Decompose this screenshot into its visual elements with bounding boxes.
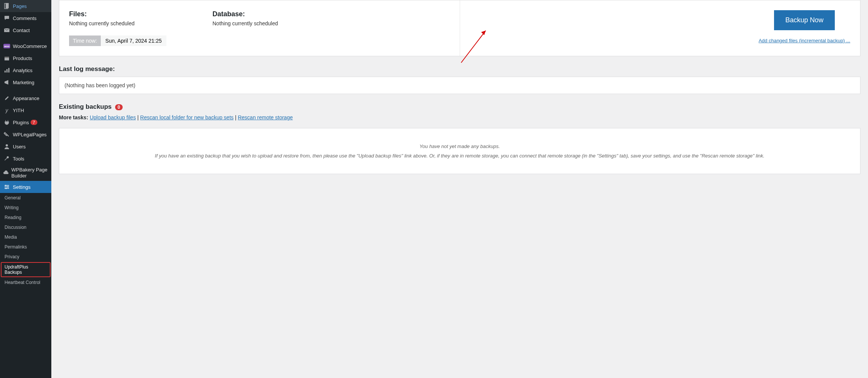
existing-backups-label: Existing backups	[59, 103, 112, 110]
svg-point-11	[6, 144, 8, 147]
more-tasks-label: More tasks:	[59, 114, 88, 120]
sidebar-item-label: YITH	[13, 108, 24, 113]
sidebar-item-label: Appearance	[13, 96, 39, 101]
comment-icon	[3, 14, 11, 22]
vertical-divider	[460, 0, 460, 56]
svg-rect-1	[6, 3, 9, 8]
log-heading: Last log message:	[59, 65, 860, 73]
sidebar-item-appearance[interactable]: Appearance	[0, 92, 51, 104]
rescan-local-link[interactable]: Rescan local folder for new backup sets	[140, 114, 233, 120]
sidebar-item-label: WPBakery Page Builder	[11, 167, 48, 179]
sidebar-item-label: Contact	[13, 28, 30, 33]
sidebar-item-users[interactable]: Users	[0, 140, 51, 153]
sidebar-item-tools[interactable]: Tools	[0, 153, 51, 165]
sidebar-item-yith[interactable]: y YITH	[0, 104, 51, 116]
sidebar-item-comments[interactable]: Comments	[0, 12, 51, 24]
sidebar-item-label: Tools	[13, 156, 24, 162]
sidebar-item-analytics[interactable]: Analytics	[0, 64, 51, 76]
svg-rect-8	[6, 69, 8, 73]
bar-chart-icon	[3, 66, 11, 74]
existing-backups-heading: Existing backups 0	[59, 103, 860, 111]
sidebar-item-label: Pages	[13, 3, 27, 9]
cloud-icon	[3, 169, 9, 177]
sidebar-item-label: WPLegalPages	[13, 132, 47, 137]
sidebar-item-products[interactable]: Products	[0, 52, 51, 64]
sidebar-item-label: Products	[13, 56, 32, 61]
more-tasks: More tasks: Upload backup files | Rescan…	[59, 114, 860, 120]
database-status: Nothing currently scheduled	[212, 20, 736, 26]
log-message-box: (Nothing has been logged yet)	[59, 77, 860, 94]
megaphone-icon	[3, 79, 11, 86]
svg-rect-6	[5, 57, 9, 58]
sidebar-item-contact[interactable]: Contact	[0, 24, 51, 36]
user-icon	[3, 143, 11, 150]
empty-line2: If you have an existing backup that you …	[64, 153, 856, 159]
time-now-bar: Time now: Sun, April 7, 2024 21:25	[69, 35, 190, 46]
woocommerce-icon: woo	[3, 42, 11, 50]
svg-text:woo: woo	[4, 45, 9, 48]
backup-now-button[interactable]: Backup Now	[774, 10, 835, 30]
wrench-icon	[3, 155, 11, 162]
svg-rect-9	[8, 68, 9, 73]
files-status: Nothing currently scheduled	[69, 20, 190, 26]
page-icon	[3, 2, 11, 10]
empty-line1: You have not yet made any backups.	[64, 143, 856, 149]
database-heading: Database:	[212, 10, 736, 18]
plug-icon	[3, 119, 11, 126]
sidebar-item-wplegalpages[interactable]: WPLegalPages	[0, 128, 51, 140]
sidebar-item-pages[interactable]: Pages	[0, 0, 51, 12]
sidebar-item-label: Comments	[13, 15, 37, 21]
plugin-update-badge: 7	[31, 120, 37, 125]
incremental-backup-link[interactable]: Add changed files (incremental backup) .…	[759, 38, 850, 43]
upload-backup-files-link[interactable]: Upload backup files	[90, 114, 136, 120]
empty-backups-box: You have not yet made any backups. If yo…	[59, 128, 860, 174]
admin-sidebar: Pages Comments Contact woo WooCommerce P…	[0, 0, 51, 182]
sidebar-item-marketing[interactable]: Marketing	[0, 76, 51, 88]
sidebar-item-settings[interactable]: Settings	[0, 181, 51, 182]
sidebar-item-label: Users	[13, 144, 26, 150]
svg-text:y: y	[5, 107, 9, 113]
time-now-label: Time now:	[69, 35, 101, 46]
envelope-icon	[3, 26, 11, 34]
sidebar-item-label: Marketing	[13, 80, 34, 85]
sidebar-item-woocommerce[interactable]: woo WooCommerce	[0, 40, 51, 52]
sidebar-item-label: Analytics	[13, 68, 32, 73]
gavel-icon	[3, 131, 11, 138]
yith-icon: y	[3, 106, 11, 114]
sidebar-item-wpbakery[interactable]: WPBakery Page Builder	[0, 165, 51, 181]
svg-rect-7	[5, 71, 6, 73]
schedule-panel: Files: Nothing currently scheduled Time …	[59, 0, 860, 56]
time-now-value: Sun, April 7, 2024 21:25	[101, 35, 166, 46]
brush-icon	[3, 94, 11, 102]
products-icon	[3, 54, 11, 62]
rescan-remote-link[interactable]: Rescan remote storage	[238, 114, 293, 120]
sidebar-item-label: WooCommerce	[13, 43, 47, 49]
sidebar-item-plugins[interactable]: Plugins 7	[0, 116, 51, 128]
files-heading: Files:	[69, 10, 190, 18]
content-area: Files: Nothing currently scheduled Time …	[51, 0, 868, 182]
existing-backups-count: 0	[115, 104, 123, 110]
sidebar-item-label: Plugins	[13, 120, 29, 125]
